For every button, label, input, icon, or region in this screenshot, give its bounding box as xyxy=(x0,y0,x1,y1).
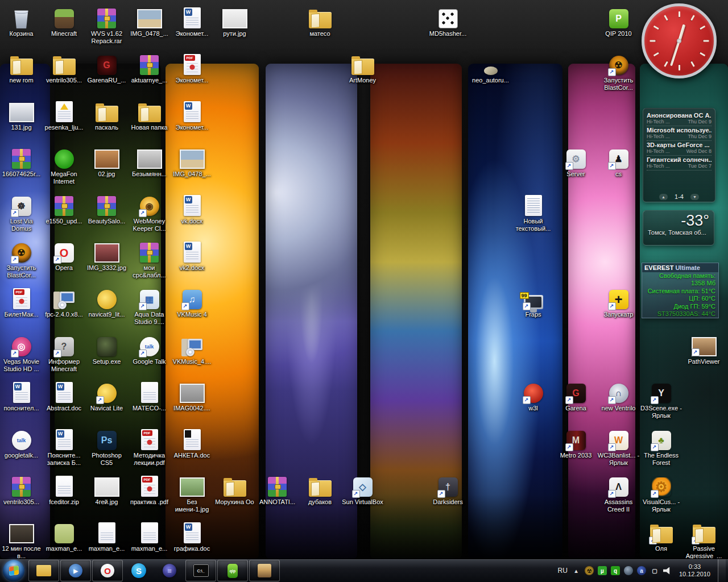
everest-title: EVEREST xyxy=(644,264,673,271)
clock-tick xyxy=(700,52,705,57)
news-item-date: Thu Dec 9 xyxy=(688,119,712,124)
start-button[interactable] xyxy=(3,560,24,581)
opera-browser-icon: O xyxy=(101,564,114,577)
news-item[interactable]: Анонсирована ОС A...Hi-Tech ...Thu Dec 9 xyxy=(647,111,712,126)
tray-date: 10.12.2010 xyxy=(679,571,710,578)
eclipse-icon: ≡ xyxy=(163,564,176,577)
news-item-meta: Hi-Tech ...Tue Dec 7 xyxy=(647,163,712,169)
weather-gadget[interactable]: -33° Томск, Томская об... xyxy=(643,210,714,246)
news-item-source: Hi-Tech ... xyxy=(647,163,670,169)
clock-tick xyxy=(664,15,668,20)
network-tray-icon[interactable]: ▢ xyxy=(650,566,659,575)
skype-icon: S xyxy=(131,563,146,578)
qip-2010-task-icon: qip xyxy=(228,564,238,578)
clock-tick xyxy=(650,40,655,42)
everest-stat-line: ЦП: 60°C xyxy=(642,295,718,302)
news-item-title: Гигантский солнечн... xyxy=(647,156,712,163)
taskbar-button-command-prompt[interactable]: C:\_ xyxy=(185,560,216,581)
news-item[interactable]: 3D-карты GeForce ...Hi-Tech ...Wed Dec 8 xyxy=(647,141,712,156)
taskbar-button-media-player[interactable]: ▶ xyxy=(60,560,91,581)
explorer-icon xyxy=(36,565,51,576)
tray-icons: ▴☢µqa▢ xyxy=(572,566,672,575)
clock-tick xyxy=(700,26,705,30)
news-item-date: Tue Dec 7 xyxy=(688,163,712,169)
everest-stat-line: Свободная память: xyxy=(642,272,718,280)
news-item-meta: Hi-Tech ...Thu Dec 9 xyxy=(647,134,712,139)
news-item[interactable]: Microsoft используе...Hi-Tech ...Thu Dec… xyxy=(647,126,712,141)
volume-icon[interactable] xyxy=(663,567,672,575)
news-list: Анонсирована ОС A...Hi-Tech ...Thu Dec 9… xyxy=(647,111,712,171)
taskbar-button-game-client[interactable] xyxy=(249,560,280,581)
utorrent-tray-icon[interactable]: µ xyxy=(598,566,607,575)
taskbar: ▶OS≡C:\_qip RU ▴☢µqa▢ 0:33 10.12.2010 xyxy=(0,559,728,582)
everest-title-sub: Ultimate xyxy=(673,264,700,271)
clock-minute-hand xyxy=(670,40,680,66)
news-item-date: Thu Dec 9 xyxy=(688,134,712,139)
taskbar-buttons: ▶OS≡C:\_qip xyxy=(28,560,280,581)
news-item-source: Hi-Tech ... xyxy=(647,119,670,124)
hidden-icons-icon[interactable]: ▴ xyxy=(572,566,581,575)
taskbar-button-skype[interactable]: S xyxy=(124,560,154,581)
clock-tick xyxy=(690,61,695,67)
sidebar-gadgets: Анонсирована ОС A...Hi-Tech ...Thu Dec 9… xyxy=(0,0,728,582)
clock-center-cap xyxy=(677,39,681,43)
everest-titlebar: EVEREST Ultimate xyxy=(642,263,718,272)
taskbar-button-qip-2010-task[interactable]: qip xyxy=(217,560,248,581)
news-item-title: Microsoft используе... xyxy=(647,127,712,134)
language-indicator[interactable]: RU xyxy=(558,567,568,575)
news-page-range: 1-4 xyxy=(675,193,684,200)
taskbar-button-eclipse[interactable]: ≡ xyxy=(155,560,184,581)
avira-tray-icon[interactable]: a xyxy=(637,566,646,575)
command-prompt-icon: C:\_ xyxy=(193,564,209,577)
qip-tray-icon[interactable]: q xyxy=(611,566,620,575)
windows-desktop: КорзинаMinecraftWVS v1.62 Repack.rarIMG_… xyxy=(0,0,728,582)
tray-clock[interactable]: 0:33 10.12.2010 xyxy=(679,563,710,578)
weather-location: Томск, Томская об... xyxy=(648,229,709,236)
clock-tick xyxy=(664,61,668,67)
clock-tick xyxy=(690,15,695,20)
taskbar-button-opera-browser[interactable]: O xyxy=(92,560,123,581)
game-client-icon xyxy=(258,564,271,577)
news-item[interactable]: Гигантский солнечн...Hi-Tech ...Tue Dec … xyxy=(647,156,712,171)
media-player-icon: ▶ xyxy=(69,564,82,577)
clock-tick xyxy=(679,65,680,70)
news-feed-gadget[interactable]: Анонсирована ОС A...Hi-Tech ...Thu Dec 9… xyxy=(643,108,715,202)
everest-stat-line: ST3750330AS: 44°C xyxy=(642,310,718,318)
blastcore-tray-icon[interactable]: ☢ xyxy=(585,566,594,575)
clock-tick xyxy=(653,26,659,30)
news-item-title: Анонсирована ОС A... xyxy=(647,112,712,119)
news-item-title: 3D-карты GeForce ... xyxy=(647,142,712,148)
news-item-source: Hi-Tech ... xyxy=(647,148,670,154)
browser-swirl-tray-icon[interactable] xyxy=(624,566,633,575)
news-up-icon[interactable]: ▲ xyxy=(659,194,668,200)
tray-time: 0:33 xyxy=(679,563,710,571)
clock-tick xyxy=(653,52,659,57)
weather-temperature: -33° xyxy=(648,212,709,229)
news-item-date: Wed Dec 8 xyxy=(686,148,712,154)
clock-tick xyxy=(679,11,680,17)
news-pager: ▲ 1-4 ▼ xyxy=(643,193,715,200)
system-tray: RU ▴☢µqa▢ 0:33 10.12.2010 xyxy=(558,559,728,582)
everest-stats: Свободная память:1358 МбСистемная плата:… xyxy=(642,272,718,318)
news-down-icon[interactable]: ▼ xyxy=(690,194,699,200)
taskbar-button-explorer[interactable] xyxy=(28,560,59,581)
show-desktop-button[interactable] xyxy=(718,559,726,582)
everest-stat-line: Системная плата: 51°C xyxy=(642,288,718,295)
clock-tick xyxy=(703,40,709,42)
everest-gadget[interactable]: EVEREST Ultimate Свободная память:1358 М… xyxy=(642,263,719,318)
analog-clock-gadget[interactable] xyxy=(642,3,717,78)
everest-stat-line: 1358 Мб xyxy=(642,280,718,287)
windows-logo-icon xyxy=(9,566,19,576)
news-item-meta: Hi-Tech ...Wed Dec 8 xyxy=(647,148,712,154)
news-item-meta: Hi-Tech ...Thu Dec 9 xyxy=(647,119,712,124)
everest-stat-line: Диод ГП: 59°C xyxy=(642,303,718,310)
news-item-source: Hi-Tech ... xyxy=(647,134,670,139)
